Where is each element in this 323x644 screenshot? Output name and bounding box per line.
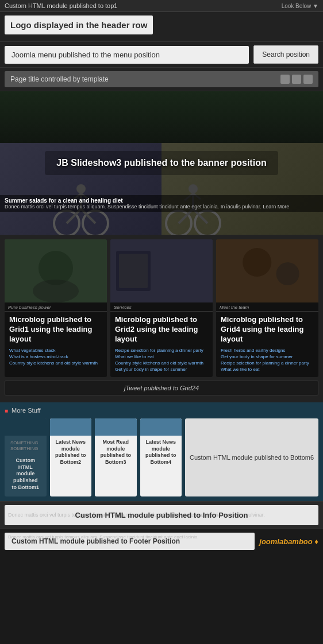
footer-bar-main-text: Custom HTML module published to Footer P…: [11, 537, 248, 545]
bottom-card-6-text: Custom HTML module published to Bottom6: [190, 453, 314, 462]
jtweet-bar: jTweet published to Grid24: [5, 381, 318, 395]
more-stuff-bar: ■ More Stuff: [5, 407, 318, 414]
info-section: Donec mattis orci vel turpis tempus aliq…: [0, 501, 323, 529]
bottom-card-4-top: [140, 418, 182, 436]
footer-logo: joomlabamboo ♦: [259, 537, 318, 546]
logo-display: Logo displayed in the header row: [5, 15, 153, 34]
svg-rect-21: [119, 254, 148, 288]
grid-card-4: Meet the team Microblog published to Gri…: [216, 239, 318, 377]
grid-card-2-header: Services: [110, 302, 213, 312]
grid-card-2: Services Microblog published to Grid2 us…: [110, 239, 213, 377]
bottom-card-4: Latest News module published to Bottom4: [140, 418, 182, 496]
svg-point-2: [76, 184, 86, 193]
grid-card-2-link-1[interactable]: Recipe selection for planning a dinner p…: [115, 348, 208, 353]
grid-card-4-title: Microblog published to Grid4 using the l…: [216, 312, 318, 347]
search-position-button[interactable]: Search position: [253, 45, 318, 64]
bottom-card-6: Custom HTML module published to Bottom6: [185, 418, 318, 496]
banner-text: JB Slideshow3 published to the banner po…: [45, 151, 278, 175]
grid-card-2-link-4[interactable]: Get your body in shape for summer: [115, 367, 208, 372]
svg-point-18: [33, 280, 79, 302]
bottom-card-1-overlay: SOMETHINGSOMETHING: [8, 439, 43, 455]
grid-card-4-links: Fresh herbs and earthy designs Get your …: [216, 347, 318, 374]
info-bar: Donec mattis orci vel turpis tempus aliq…: [5, 505, 318, 525]
info-bar-main-text: Custom HTML module published to Info Pos…: [10, 511, 313, 519]
page-title-icons: [280, 75, 313, 84]
grid-section: Pure business power Microblog published …: [0, 235, 323, 402]
grid-card-4-link-4[interactable]: What we like to eat: [221, 367, 314, 372]
grid-card-1-link-1[interactable]: What vegetables stack: [9, 348, 102, 353]
page-title-text: Page title controlled by template: [10, 75, 109, 83]
grid-card-1-bg: [5, 239, 107, 302]
bottom-card-1-top: [5, 418, 47, 436]
bottom-card-3-text: Most Read module published to Bottom3: [98, 439, 133, 466]
grid-card-4-link-3[interactable]: Recipe selection for planning a dinner p…: [221, 360, 314, 366]
bottom-card-1: SOMETHINGSOMETHING Custom HTML module pu…: [5, 418, 47, 496]
svg-point-10: [189, 184, 198, 193]
grid-card-1: Pure business power Microblog published …: [5, 239, 107, 377]
footer-bar: Donec mattis orci vel turpis tempus aliq…: [5, 533, 255, 550]
page-title-row: Page title controlled by template: [0, 68, 323, 91]
icon-arrow-right: [292, 75, 301, 84]
banner-caption-body: Donec mattis orci vel turpis tempus aliq…: [5, 204, 318, 210]
menu-box: Joomla menu published to the menu positi…: [5, 46, 249, 64]
bottom-card-1-text: Custom HTML module published to Bottom1: [8, 455, 43, 493]
bottom-card-4-text: Latest News module published to Bottom4: [144, 439, 179, 466]
grid-card-4-link-1[interactable]: Fresh herbs and earthy designs: [221, 348, 314, 353]
banner-caption: Summer salads for a clean and healing di…: [0, 195, 323, 212]
grid-card-2-image: [110, 239, 213, 302]
grid-card-2-links: Recipe selection for planning a dinner p…: [110, 347, 213, 374]
grid-card-2-link-2[interactable]: What we like to eat: [115, 354, 208, 359]
grid-card-2-title: Microblog published to Grid2 using the l…: [110, 312, 213, 347]
jtweet-text: jTweet published to Grid24: [124, 385, 199, 391]
bottom-card-3-top: [95, 418, 137, 436]
grid-card-4-header: Meet the team: [216, 302, 318, 312]
svg-point-23: [243, 248, 271, 277]
grid-card-1-header: Pure business power: [5, 302, 107, 312]
more-stuff-label: More Stuff: [11, 407, 41, 414]
look-below-label: Look Below ▼: [282, 3, 318, 9]
icon-arrow-left: [280, 75, 290, 84]
more-stuff-icon: ■: [5, 408, 8, 414]
icon-close: [303, 75, 313, 84]
banner-caption-title: Summer salads for a clean and healing di…: [5, 197, 318, 204]
header-area: Logo displayed in the header row: [0, 12, 323, 42]
grid-card-1-links: What vegetables stack What is a hostess …: [5, 347, 107, 368]
svg-point-24: [276, 262, 299, 285]
grid-card-1-link-2[interactable]: What is a hostess mind-track: [9, 354, 102, 359]
grid-card-4-bg: [216, 239, 318, 302]
grid-card-1-image: [5, 239, 107, 302]
grid-card-1-title: Microblog published to Grid1 using the l…: [5, 312, 107, 347]
bottom-section: ■ More Stuff SOMETHINGSOMETHING Custom H…: [0, 402, 323, 501]
grid-card-4-link-2[interactable]: Get your body in shape for summer: [221, 354, 314, 359]
bottom-card-2-text: Latest News module published to Bottom2: [53, 439, 89, 466]
grid-card-4-image: [216, 239, 318, 302]
page-title-bar: Page title controlled by template: [5, 71, 318, 87]
grid-card-2-bg: [110, 239, 213, 302]
bottom-row: SOMETHINGSOMETHING Custom HTML module pu…: [5, 418, 318, 496]
bottom-card-2: Latest News module published to Bottom2: [50, 418, 92, 496]
bottom-card-2-top: [50, 418, 92, 436]
banner-area: JB Slideshow3 published to the banner po…: [0, 91, 323, 235]
grid-card-2-link-3[interactable]: Country style kitchens and old style war…: [115, 360, 208, 366]
top-module-label: Custom HTML module published to top1: [5, 2, 117, 9]
grid-card-1-link-3[interactable]: Country style kitchens and old style war…: [9, 360, 102, 366]
top-bar: Custom HTML module published to top1 Loo…: [0, 0, 323, 12]
footer-section: Donec mattis orci vel turpis tempus aliq…: [0, 529, 323, 553]
grid-row: Pure business power Microblog published …: [5, 239, 318, 377]
menu-row: Joomla menu published to the menu positi…: [0, 42, 323, 68]
bottom-card-3: Most Read module published to Bottom3: [95, 418, 137, 496]
